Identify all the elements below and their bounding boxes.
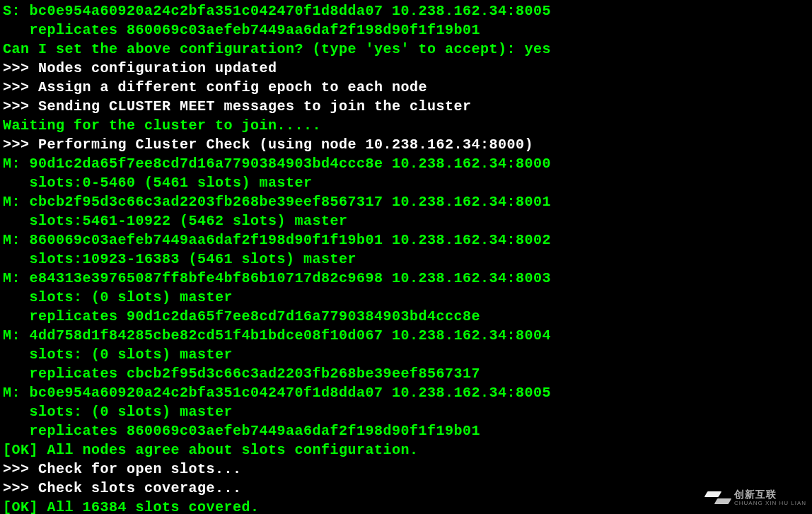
watermark-en: CHUANG XIN HU LIAN — [734, 501, 806, 506]
terminal-line: slots: (0 slots) master — [3, 402, 809, 421]
terminal-line: slots: (0 slots) master — [3, 345, 809, 364]
terminal-line: M: 90d1c2da65f7ee8cd7d16a7790384903bd4cc… — [3, 154, 809, 173]
watermark-logo: 创新互联 CHUANG XIN HU LIAN — [706, 486, 806, 510]
terminal-line: replicates 860069c03aefeb7449aa6daf2f198… — [3, 421, 809, 440]
terminal-segment: S: bc0e954a60920a24c2bfa351c042470f1d8dd… — [3, 3, 551, 19]
terminal-segment: >>> Sending CLUSTER MEET messages to joi… — [3, 98, 472, 115]
terminal-line: >>> Performing Cluster Check (using node… — [3, 135, 809, 154]
terminal-line: replicates 90d1c2da65f7ee8cd7d16a7790384… — [3, 307, 809, 326]
terminal-line: slots:0-5460 (5461 slots) master — [3, 173, 809, 192]
terminal-segment: [OK] All nodes agree about slots configu… — [3, 442, 419, 458]
terminal-line: [OK] All nodes agree about slots configu… — [3, 440, 809, 460]
watermark-cn: 创新互联 — [734, 489, 806, 499]
terminal-segment: [OK] All 16384 slots covered. — [3, 499, 260, 514]
terminal-line: M: e84313e39765087ff8bfe4bf86b10717d82c9… — [3, 269, 809, 288]
terminal-segment: slots: (0 slots) master — [3, 404, 233, 420]
terminal-segment: replicates cbcb2f95d3c66c3ad2203fb268be3… — [3, 366, 480, 382]
terminal-segment: >>> Assign a different config epoch to e… — [3, 79, 427, 95]
terminal-segment: M: e84313e39765087ff8bfe4bf86b10717d82c9… — [3, 270, 551, 286]
terminal-line: slots:5461-10922 (5462 slots) master — [3, 211, 809, 230]
terminal-line: >>> Check for open slots... — [3, 460, 809, 479]
terminal-segment: M: cbcb2f95d3c66c3ad2203fb268be39eef8567… — [3, 194, 551, 210]
terminal-line: M: cbcb2f95d3c66c3ad2203fb268be39eef8567… — [3, 192, 809, 211]
terminal-segment: replicates 90d1c2da65f7ee8cd7d16a7790384… — [3, 308, 480, 325]
terminal-line: >>> Check slots coverage... — [3, 479, 809, 498]
terminal-segment: Waiting for the cluster to join..... — [3, 117, 321, 134]
terminal-segment: replicates 860069c03aefeb7449aa6daf2f198… — [3, 22, 480, 38]
watermark-text: 创新互联 CHUANG XIN HU LIAN — [734, 489, 806, 506]
terminal-line: M: 4dd758d1f84285cbe82cd51f4b1bdce08f10d… — [3, 326, 809, 345]
terminal-line: >>> Nodes configuration updated — [3, 59, 809, 78]
terminal-segment: slots:10923-16383 (5461 slots) master — [3, 251, 356, 267]
terminal-line: M: 860069c03aefeb7449aa6daf2f198d90f1f19… — [3, 230, 809, 250]
terminal-line: slots: (0 slots) master — [3, 288, 809, 307]
terminal-segment: M: 90d1c2da65f7ee8cd7d16a7790384903bd4cc… — [3, 156, 551, 172]
terminal-segment: >>> Performing Cluster Check (using node… — [3, 136, 533, 153]
terminal-line: M: bc0e954a60920a24c2bfa351c042470f1d8dd… — [3, 383, 809, 402]
terminal-segment: Can I set the above configuration? (type… — [3, 41, 551, 57]
terminal-line: replicates cbcb2f95d3c66c3ad2203fb268be3… — [3, 364, 809, 383]
terminal-segment: slots:0-5460 (5461 slots) master — [3, 175, 313, 191]
terminal-segment: >>> Nodes configuration updated — [3, 60, 277, 76]
terminal-segment: slots:5461-10922 (5462 slots) master — [3, 213, 348, 229]
terminal-line: Waiting for the cluster to join..... — [3, 116, 809, 135]
terminal-line: >>> Sending CLUSTER MEET messages to joi… — [3, 97, 809, 116]
terminal-segment: slots: (0 slots) master — [3, 346, 233, 363]
terminal-line: S: bc0e954a60920a24c2bfa351c042470f1d8dd… — [3, 1, 809, 21]
terminal-line: Can I set the above configuration? (type… — [3, 40, 809, 59]
terminal-segment: M: bc0e954a60920a24c2bfa351c042470f1d8dd… — [3, 385, 551, 401]
logo-icon — [706, 486, 730, 510]
terminal-segment: slots: (0 slots) master — [3, 289, 233, 305]
terminal-segment: >>> Check slots coverage... — [3, 480, 242, 496]
terminal-output: S: bc0e954a60920a24c2bfa351c042470f1d8dd… — [0, 0, 812, 514]
terminal-segment: M: 4dd758d1f84285cbe82cd51f4b1bdce08f10d… — [3, 327, 551, 344]
terminal-line: [OK] All 16384 slots covered. — [3, 498, 809, 514]
terminal-segment: replicates 860069c03aefeb7449aa6daf2f198… — [3, 423, 480, 439]
terminal-segment: >>> Check for open slots... — [3, 461, 242, 477]
terminal-line: slots:10923-16383 (5461 slots) master — [3, 250, 809, 269]
terminal-line: >>> Assign a different config epoch to e… — [3, 78, 809, 97]
terminal-line: replicates 860069c03aefeb7449aa6daf2f198… — [3, 21, 809, 40]
terminal-segment: M: 860069c03aefeb7449aa6daf2f198d90f1f19… — [3, 232, 551, 248]
